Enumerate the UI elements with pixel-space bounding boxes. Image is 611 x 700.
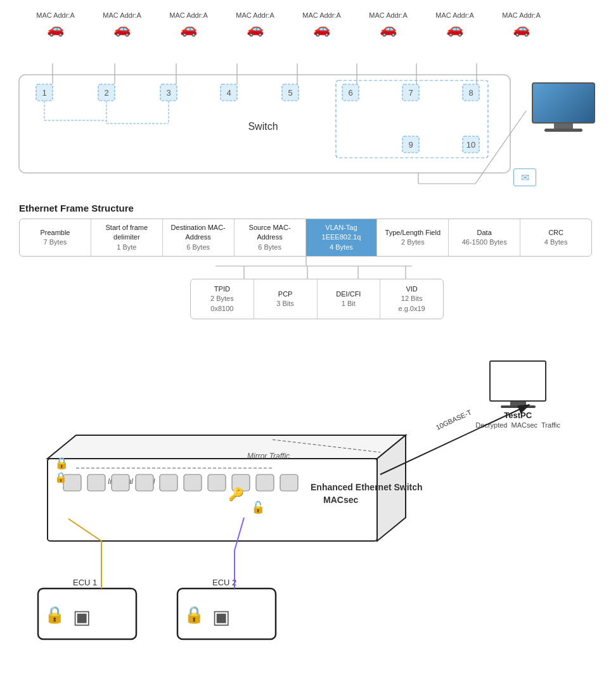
- svg-rect-55: [136, 474, 153, 491]
- bottom-diagram: TestPC Decrypted MACsec Traffic Internal…: [0, 341, 611, 665]
- vlan-sub-section: TPID 2 Bytes 0x8100 PCP 3 Bits DEI/CFI 1…: [0, 257, 611, 319]
- svg-text:▣: ▣: [212, 606, 230, 627]
- svg-rect-11: [342, 84, 359, 101]
- monitor-stand: [554, 124, 573, 129]
- svg-text:🔓: 🔓: [251, 500, 266, 514]
- svg-text:🔒: 🔒: [55, 456, 69, 470]
- svg-rect-9: [282, 84, 299, 101]
- svg-text:7: 7: [408, 88, 413, 98]
- car-icon-1: 🚗: [47, 21, 64, 37]
- car-icon-5: 🚗: [313, 21, 330, 37]
- svg-text:🔑: 🔑: [228, 487, 244, 502]
- car-icon-4: 🚗: [247, 21, 264, 37]
- svg-text:3: 3: [166, 88, 170, 98]
- vlan-detail-row: TPID 2 Bytes 0x8100 PCP 3 Bits DEI/CFI 1…: [190, 279, 444, 319]
- frame-cell-src-mac: Source MAC-Address 6 Bytes: [235, 219, 306, 256]
- svg-rect-3: [98, 84, 115, 101]
- vlan-cell-pcp: PCP 3 Bits: [254, 279, 318, 319]
- car-icon-3: 🚗: [180, 21, 197, 37]
- svg-rect-15: [463, 84, 479, 101]
- svg-rect-57: [184, 474, 202, 491]
- svg-rect-53: [87, 474, 105, 491]
- vlan-cell-dei: DEI/CFI 1 Bit: [318, 279, 381, 319]
- svg-rect-19: [463, 136, 479, 153]
- mac-label-5: MAC Addr:A 🚗: [288, 11, 355, 37]
- svg-marker-46: [48, 435, 406, 459]
- frame-cell-type: Type/Length Field 2 Bytes: [377, 219, 449, 256]
- switch-diagram: MAC Addr:A 🚗 MAC Addr:A 🚗 MAC Addr:A 🚗 M…: [0, 0, 611, 196]
- mac-labels-row: MAC Addr:A 🚗 MAC Addr:A 🚗 MAC Addr:A 🚗 M…: [22, 11, 555, 37]
- frame-cell-sfd: Start of frame delimiter 1 Byte: [91, 219, 163, 256]
- svg-text:🔒: 🔒: [44, 604, 65, 625]
- svg-text:6: 6: [348, 88, 352, 98]
- svg-rect-61: [280, 474, 298, 491]
- car-icon-8: 🚗: [513, 21, 530, 37]
- mac-label-6: MAC Addr:A 🚗: [355, 11, 421, 37]
- frame-cell-data: Data 46-1500 Bytes: [449, 219, 520, 256]
- svg-text:ECU 2: ECU 2: [212, 578, 236, 587]
- svg-rect-22: [336, 80, 488, 158]
- svg-rect-1: [36, 84, 53, 101]
- svg-text:▣: ▣: [73, 606, 91, 627]
- svg-rect-60: [256, 474, 274, 491]
- svg-text:🔒: 🔒: [55, 471, 67, 483]
- svg-text:🔒: 🔒: [184, 604, 205, 625]
- car-icon-2: 🚗: [113, 21, 131, 37]
- vlan-cell-tpid: TPID 2 Bytes 0x8100: [191, 279, 254, 319]
- frame-cell-vlan: VLAN-Tag 1EEE802.1q 4 Bytes: [306, 219, 378, 256]
- svg-rect-56: [160, 474, 177, 491]
- mac-label-7: MAC Addr:A 🚗: [421, 11, 488, 37]
- svg-rect-5: [160, 84, 177, 101]
- svg-text:ECU 1: ECU 1: [73, 578, 97, 587]
- ethernet-frame-row: Preamble 7 Bytes Start of frame delimite…: [19, 219, 592, 257]
- svg-text:5: 5: [288, 88, 292, 98]
- svg-rect-0: [19, 75, 510, 173]
- svg-rect-58: [208, 474, 226, 491]
- car-icon-6: 🚗: [380, 21, 397, 37]
- frame-cell-preamble: Preamble 7 Bytes: [20, 219, 91, 256]
- monitor-base: [544, 129, 582, 132]
- svg-text:MACsec: MACsec: [323, 495, 358, 505]
- frame-cell-crc: CRC 4 Bytes: [520, 219, 591, 256]
- monitor: [529, 82, 598, 136]
- svg-text:9: 9: [408, 140, 413, 150]
- ethernet-title: Ethernet Frame Structure: [19, 203, 592, 213]
- svg-text:10: 10: [466, 140, 475, 150]
- svg-text:4: 4: [226, 88, 231, 98]
- mac-label-1: MAC Addr:A 🚗: [22, 11, 89, 37]
- envelope-icon: ✉: [513, 169, 536, 186]
- svg-rect-13: [402, 84, 419, 101]
- svg-text:Mirror Traffic: Mirror Traffic: [247, 452, 290, 461]
- svg-text:8: 8: [468, 88, 473, 98]
- vlan-connector-svg: [19, 257, 593, 279]
- svg-rect-17: [402, 136, 419, 153]
- mac-label-8: MAC Addr:A 🚗: [488, 11, 555, 37]
- svg-text:10GBASE-T: 10GBASE-T: [435, 408, 473, 431]
- mac-label-4: MAC Addr:A 🚗: [222, 11, 288, 37]
- frame-cell-dst-mac: Destination MAC-Address 6 Bytes: [163, 219, 235, 256]
- monitor-screen: [532, 82, 595, 124]
- svg-rect-54: [112, 474, 129, 491]
- svg-text:Enhanced Ethernet Switch: Enhanced Ethernet Switch: [311, 482, 423, 492]
- svg-rect-7: [221, 84, 237, 101]
- mac-label-3: MAC Addr:A 🚗: [155, 11, 222, 37]
- vlan-cell-vid: VID 12 Bits e.g.0x19: [380, 279, 443, 319]
- svg-text:Switch: Switch: [248, 121, 278, 132]
- mac-label-2: MAC Addr:A 🚗: [89, 11, 155, 37]
- svg-text:1: 1: [42, 88, 46, 98]
- svg-text:2: 2: [104, 88, 108, 98]
- bottom-svg: Internal VLAN Mirror Traffic 🔒 🔒 🔑 🔓 Enh…: [0, 341, 611, 665]
- ethernet-frame-section: Ethernet Frame Structure Preamble 7 Byte…: [0, 203, 611, 257]
- car-icon-7: 🚗: [446, 21, 463, 37]
